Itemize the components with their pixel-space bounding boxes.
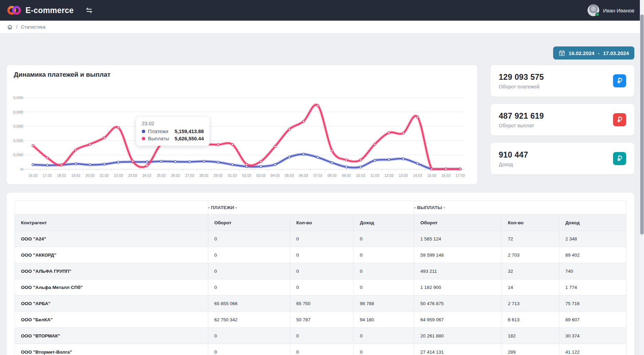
user-menu[interactable]: Иван Иванов: [588, 4, 634, 16]
svg-text:16.03: 16.03: [441, 173, 450, 178]
ruble-icon: [613, 152, 626, 165]
value-cell: 0: [290, 247, 353, 263]
value-cell: 64 959 067: [414, 312, 502, 328]
value-cell: 30 374: [559, 328, 626, 344]
brand: E-commerce: [7, 6, 74, 15]
value-cell: 0: [290, 328, 353, 344]
value-cell: 0: [290, 344, 353, 355]
counterparty-cell: ООО "А24": [15, 231, 208, 247]
svg-text:22.02: 22.02: [114, 173, 123, 178]
value-cell: 0: [353, 247, 414, 263]
value-cell: 1 565 124: [414, 231, 502, 247]
online-status-dot: [595, 12, 600, 17]
value-cell: 0: [290, 231, 353, 247]
svg-text:26.02: 26.02: [171, 173, 180, 178]
svg-text:29.02: 29.02: [214, 173, 223, 178]
value-cell: 740: [559, 263, 626, 279]
value-cell: 41 122: [559, 344, 626, 355]
svg-text:0,000: 0,000: [13, 110, 23, 114]
value-cell: 289: [502, 344, 559, 355]
table-row[interactable]: ООО "Втормет-Волга"00027 414 13128941 12…: [15, 344, 626, 355]
payouts-turnover-value: 487 921 619: [499, 111, 544, 121]
svg-text:20.02: 20.02: [85, 173, 94, 178]
value-cell: 14: [502, 279, 559, 295]
ruble-icon: [613, 74, 626, 87]
svg-text:21.02: 21.02: [100, 173, 109, 178]
svg-text:11.03: 11.03: [370, 173, 379, 178]
income-value: 910 447: [499, 150, 528, 160]
home-icon[interactable]: [7, 24, 13, 30]
value-cell: 2 703: [502, 247, 559, 263]
table-row[interactable]: ООО "ВТОРМАК"00020 261 88018230 374: [15, 328, 626, 344]
svg-text:23.02: 23.02: [128, 173, 137, 178]
column-payments-turnover[interactable]: Оборот: [208, 215, 290, 231]
column-payouts-turnover[interactable]: Оборот: [414, 215, 502, 231]
svg-text:17.02: 17.02: [43, 173, 52, 178]
value-cell: 0: [353, 328, 414, 344]
page-scrollbar[interactable]: [640, 0, 644, 355]
sidebar-toggle-button[interactable]: [85, 7, 93, 14]
value-cell: 0: [208, 231, 290, 247]
svg-text:27.02: 27.02: [185, 173, 194, 178]
table-row[interactable]: ООО "БелКА"62 750 34250 78794 18064 959 …: [15, 312, 626, 328]
value-cell: 62 750 342: [208, 312, 290, 328]
value-cell: 0: [353, 231, 414, 247]
value-cell: 6 613: [502, 312, 559, 328]
svg-text:0,000: 0,000: [13, 153, 23, 157]
svg-text:18.02: 18.02: [57, 173, 66, 178]
value-cell: 75 716: [559, 295, 626, 312]
table-row[interactable]: ООО "А24"0001 565 124722 348: [15, 231, 626, 247]
svg-text:0,000: 0,000: [13, 139, 23, 143]
stat-card-payouts-turnover: 487 921 619 Оборот выплат: [490, 104, 634, 136]
value-cell: 0: [208, 279, 290, 295]
breadcrumb-page[interactable]: Статистика: [21, 24, 45, 30]
svg-text:08.03: 08.03: [328, 173, 337, 178]
payments-turnover-label: Оборот платежей: [499, 84, 544, 89]
value-cell: 94 180: [353, 312, 414, 328]
svg-text:02.03: 02.03: [242, 173, 251, 178]
table-row[interactable]: ООО "АККОРД"00059 599 1482 70389 402: [15, 247, 626, 263]
value-cell: 27 414 131: [414, 344, 502, 355]
line-chart[interactable]: 0,0000,0000,0000,0000,000016.0217.0218.0…: [7, 75, 471, 184]
value-cell: 0: [208, 328, 290, 344]
stat-card-income: 910 447 Доход: [490, 143, 634, 174]
svg-text:15.03: 15.03: [427, 173, 436, 178]
column-payments-income[interactable]: Доход: [353, 215, 414, 231]
column-payments-count[interactable]: Кол-во: [290, 215, 353, 231]
value-cell: 65 855 066: [208, 295, 290, 312]
svg-text:09.03: 09.03: [342, 173, 351, 178]
table-row[interactable]: ООО "АРБА"65 855 06665 75098 78850 476 8…: [15, 295, 626, 312]
date-range-dash: -: [598, 50, 600, 56]
column-payouts-count[interactable]: Кол-во: [502, 215, 559, 231]
value-cell: 65 750: [290, 295, 353, 312]
swap-arrows-icon: [85, 7, 93, 14]
counterparties-table-card: - ПЛАТЕЖИ - - ВЫПЛАТЫ - Контрагент Оборо…: [7, 193, 634, 355]
value-cell: 1 774: [559, 279, 626, 295]
counterparty-cell: ООО "АРБА": [15, 295, 208, 312]
table-row[interactable]: ООО "Альфа Металл СПб"0001 182 900141 77…: [15, 279, 626, 295]
svg-text:19.02: 19.02: [71, 173, 80, 178]
counterparty-cell: ООО "БелКА": [15, 312, 208, 328]
svg-text:28.02: 28.02: [199, 173, 208, 178]
payments-dynamics-chart-card: Динамика платежей и выплат 0,0000,0000,0…: [7, 65, 477, 184]
scrollbar-thumb[interactable]: [640, 14, 644, 235]
value-cell: 2 348: [559, 231, 626, 247]
svg-text:07.03: 07.03: [313, 173, 322, 178]
column-counterparty[interactable]: Контрагент: [15, 215, 208, 231]
value-cell: 32: [502, 263, 559, 279]
svg-text:0,000: 0,000: [13, 96, 23, 100]
value-cell: 50 476 875: [414, 295, 502, 312]
value-cell: 0: [353, 279, 414, 295]
svg-text:10.03: 10.03: [356, 173, 365, 178]
value-cell: 0: [353, 263, 414, 279]
svg-text:12.03: 12.03: [384, 173, 393, 178]
table-row[interactable]: ООО "АЛЬФА ГРУПП"000493 21132740: [15, 263, 626, 279]
counterparty-cell: ООО "Альфа Металл СПб": [15, 279, 208, 295]
column-payouts-income[interactable]: Доход: [559, 215, 626, 231]
value-cell: 0: [208, 344, 290, 355]
user-name: Иван Иванов: [603, 8, 634, 13]
counterparty-cell: ООО "Втормет-Волга": [15, 344, 208, 355]
value-cell: 89 402: [559, 247, 626, 263]
date-range-button[interactable]: 31 16.02.2024 - 17.03.2024: [553, 46, 634, 60]
svg-text:0,000: 0,000: [13, 124, 23, 128]
